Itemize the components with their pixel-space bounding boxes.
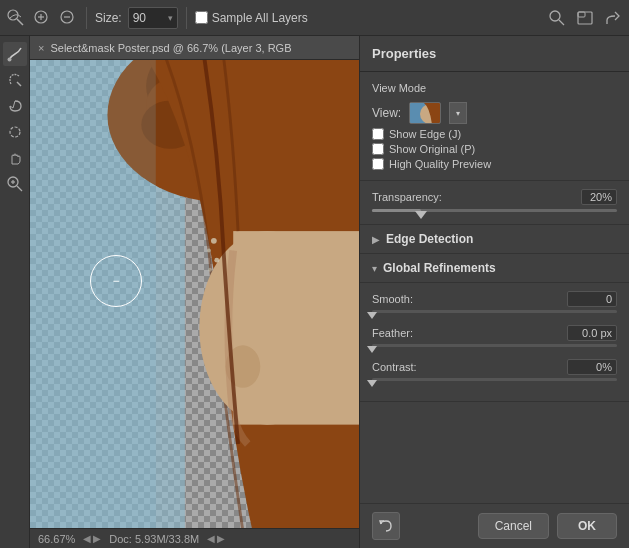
high-quality-label: High Quality Preview (389, 158, 491, 170)
feather-track[interactable] (372, 344, 617, 347)
contrast-value[interactable]: 0% (567, 359, 617, 375)
svg-line-8 (559, 20, 564, 25)
global-refinements-arrow: ▾ (372, 263, 377, 274)
canvas-tab: × Select&mask Poster.psd @ 66.7% (Layer … (30, 36, 359, 60)
transparency-label: Transparency: (372, 191, 442, 203)
polygon-tool[interactable] (3, 120, 27, 144)
show-original-label: Show Original (P) (389, 143, 475, 155)
view-thumbnail[interactable] (409, 102, 441, 124)
global-refinements-title: Global Refinements (383, 261, 496, 275)
transparency-row: Transparency: 20% (372, 189, 617, 205)
show-edge-checkbox[interactable]: Show Edge (J) (372, 128, 617, 140)
svg-rect-10 (578, 12, 585, 17)
canvas-footer: 66.67% ◀ ▶ Doc: 5.93M/33.8M ◀ ▶ (30, 528, 359, 548)
canvas-tab-close[interactable]: × (38, 42, 44, 54)
properties-title: Properties (360, 36, 629, 72)
transparency-value[interactable]: 20% (581, 189, 617, 205)
left-tools-panel (0, 36, 30, 548)
refinements-content: Smooth: 0 Feather: 0.0 px (360, 283, 629, 402)
svg-point-12 (10, 127, 20, 137)
share-icon[interactable] (603, 8, 623, 28)
svg-point-26 (207, 249, 211, 253)
footer-left-arrow[interactable]: ◀ (83, 533, 91, 544)
smooth-track[interactable] (372, 310, 617, 313)
global-refinements-header[interactable]: ▾ Global Refinements (360, 254, 629, 283)
high-quality-checkbox[interactable]: High Quality Preview (372, 158, 617, 170)
sample-all-layers-checkbox[interactable]: Sample All Layers (195, 11, 308, 25)
contrast-label: Contrast: (372, 361, 417, 373)
smooth-thumb[interactable] (367, 312, 377, 319)
size-label: Size: (95, 11, 122, 25)
canvas-tab-title: Select&mask Poster.psd @ 66.7% (Layer 3,… (50, 42, 291, 54)
svg-line-1 (17, 19, 23, 25)
quick-selection-tool[interactable] (3, 68, 27, 92)
zoom-tool[interactable] (3, 172, 27, 196)
view-options: Show Edge (J) Show Original (P) High Qua… (372, 128, 617, 170)
canvas-content[interactable]: − (30, 60, 359, 528)
add-brush-icon[interactable] (32, 8, 52, 28)
feather-value[interactable]: 0.0 px (567, 325, 617, 341)
top-toolbar: Size: 90 ▾ Sample All Layers (0, 0, 629, 36)
search-icon[interactable] (547, 8, 567, 28)
smooth-label: Smooth: (372, 293, 413, 305)
canvas-doc-info: Doc: 5.93M/33.8M (109, 533, 199, 545)
main-area: × Select&mask Poster.psd @ 66.7% (Layer … (0, 36, 629, 548)
view-mode-label: View Mode (372, 82, 617, 94)
view-mode-section: View Mode View: ▾ Show Edge (J) (360, 72, 629, 181)
contrast-row: Contrast: 0% (372, 359, 617, 381)
view-dropdown-btn[interactable]: ▾ (449, 102, 467, 124)
smooth-row: Smooth: 0 (372, 291, 617, 313)
transparency-section: Transparency: 20% (360, 181, 629, 225)
transparency-track[interactable] (372, 209, 617, 212)
panel-footer: Cancel OK (360, 503, 629, 548)
contrast-track[interactable] (372, 378, 617, 381)
show-original-checkbox[interactable]: Show Original (P) (372, 143, 617, 155)
show-edge-label: Show Edge (J) (389, 128, 461, 140)
canvas-area: × Select&mask Poster.psd @ 66.7% (Layer … (30, 36, 359, 548)
svg-point-7 (550, 11, 560, 21)
brush-tool-icon[interactable] (6, 8, 26, 28)
lasso-tool[interactable] (3, 94, 27, 118)
cancel-button[interactable]: Cancel (478, 513, 549, 539)
undo-button[interactable] (372, 512, 400, 540)
footer-view-buttons: ◀ ▶ (207, 533, 225, 544)
separator-1 (86, 7, 87, 29)
svg-rect-29 (30, 60, 156, 528)
properties-panel: Properties View Mode View: ▾ Sho (359, 36, 629, 548)
ok-button[interactable]: OK (557, 513, 617, 539)
svg-rect-23 (233, 231, 359, 425)
edge-detection-title: Edge Detection (386, 232, 473, 246)
subtract-brush-icon[interactable] (58, 8, 78, 28)
view-text: View: (372, 106, 401, 120)
feather-row: Feather: 0.0 px (372, 325, 617, 347)
separator-2 (186, 7, 187, 29)
view-icon[interactable] (575, 8, 595, 28)
edge-detection-arrow: ▶ (372, 234, 380, 245)
svg-line-14 (17, 186, 22, 191)
footer-right-arrow[interactable]: ▶ (93, 533, 101, 544)
toolbar-right-icons (547, 8, 623, 28)
hand-tool[interactable] (3, 146, 27, 170)
view-row: View: ▾ (372, 102, 617, 124)
svg-point-27 (214, 258, 219, 263)
canvas-zoom: 66.67% (38, 533, 75, 545)
feather-label: Feather: (372, 327, 413, 339)
svg-point-25 (211, 238, 217, 244)
transparency-fill (372, 209, 421, 212)
transparency-thumb[interactable] (415, 211, 427, 219)
contrast-thumb[interactable] (367, 380, 377, 387)
svg-point-11 (7, 58, 11, 62)
properties-title-text: Properties (372, 46, 436, 61)
edge-detection-header[interactable]: ▶ Edge Detection (360, 225, 629, 254)
svg-point-28 (208, 268, 212, 272)
footer-arrows: ◀ ▶ (83, 533, 101, 544)
smooth-value[interactable]: 0 (567, 291, 617, 307)
size-input[interactable]: 90 ▾ (128, 7, 178, 29)
sample-all-layers-label: Sample All Layers (212, 11, 308, 25)
photo-canvas (30, 60, 359, 528)
feather-thumb[interactable] (367, 346, 377, 353)
paint-brush-tool[interactable] (3, 42, 27, 66)
